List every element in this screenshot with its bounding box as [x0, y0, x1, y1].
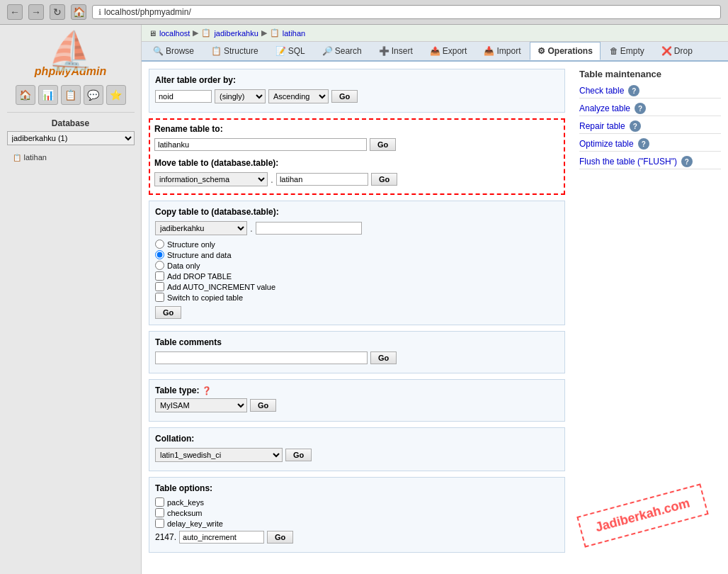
pack-keys-checkbox[interactable]: [155, 497, 164, 507]
copy-go-row: Go: [155, 306, 559, 319]
address-bar[interactable]: ℹ localhost/phpmyadmin/: [92, 5, 721, 19]
alter-singly-select[interactable]: (singly) (multiple): [215, 89, 266, 103]
auto-increment-label: Add AUTO_INCREMENT value: [167, 283, 275, 291]
maint-analyze-table: Analyze table ?: [579, 101, 721, 116]
type-help-icon[interactable]: ❓: [202, 386, 212, 395]
copy-form-row: jadiberkahku .: [155, 221, 559, 235]
browse-icon: 🔍: [153, 46, 164, 56]
drop-table-checkbox[interactable]: [155, 271, 164, 281]
rename-input[interactable]: [154, 138, 367, 151]
repair-table-link[interactable]: Repair table: [579, 121, 625, 131]
alter-form-row: (singly) (multiple) Ascending Descending…: [155, 89, 559, 103]
pack-keys-label: pack_keys: [167, 498, 204, 507]
collation-select[interactable]: latin1_swedish_ci utf8_general_ci: [155, 448, 283, 462]
collation-title: Collation:: [155, 434, 559, 444]
breadcrumb-db[interactable]: jadiberkahku: [214, 29, 258, 38]
maint-flush-table: Flush the table ("FLUSH") ?: [579, 154, 721, 169]
optimize-table-help[interactable]: ?: [638, 138, 649, 150]
analyze-table-help[interactable]: ?: [635, 103, 646, 114]
left-panel: Alter table order by: (singly) (multiple…: [149, 69, 565, 558]
sidebar-table-item[interactable]: 📋 latihan: [7, 151, 135, 164]
move-title: Move table to (database.table):: [154, 158, 559, 168]
tab-empty[interactable]: 🗑 Empty: [602, 42, 652, 60]
alter-direction-select[interactable]: Ascending Descending: [268, 89, 329, 103]
move-go-button[interactable]: Go: [371, 173, 397, 186]
export-icon: 📤: [430, 46, 440, 56]
auto-increment-checkbox[interactable]: [155, 282, 164, 291]
sidebar-query-icon[interactable]: 💬: [84, 85, 103, 105]
check-checksum: checksum: [155, 508, 559, 517]
url-text: localhost/phpmyadmin/: [104, 7, 191, 17]
insert-icon: ➕: [379, 46, 389, 56]
tab-insert[interactable]: ➕ Insert: [371, 42, 421, 60]
forward-button[interactable]: →: [28, 4, 44, 20]
options-title: Table options:: [155, 483, 559, 493]
checksum-checkbox[interactable]: [155, 508, 164, 517]
comments-title: Table comments: [155, 337, 559, 347]
alter-title: Alter table order by:: [155, 75, 559, 85]
check-table-help[interactable]: ?: [628, 85, 639, 96]
table-type-select[interactable]: MyISAM InnoDB: [155, 398, 247, 412]
type-go-button[interactable]: Go: [250, 399, 276, 412]
sidebar-fav-icon[interactable]: ⭐: [106, 85, 126, 105]
lock-icon: ℹ: [98, 8, 101, 17]
sidebar-db-icon[interactable]: 📊: [38, 85, 58, 105]
sidebar-table-name: latihan: [24, 153, 47, 162]
db-select[interactable]: jadiberkahku (1): [7, 131, 135, 145]
breadcrumb-table[interactable]: latihan: [283, 29, 305, 38]
tab-structure[interactable]: 📋 Structure: [203, 42, 266, 60]
tab-sql[interactable]: 📝 SQL: [268, 42, 313, 60]
repair-table-help[interactable]: ?: [630, 120, 641, 132]
search-icon: 🔎: [322, 46, 333, 56]
copy-table-input[interactable]: [256, 222, 362, 235]
analyze-table-link[interactable]: Analyze table: [579, 103, 630, 113]
check-auto-increment: Add AUTO_INCREMENT value: [155, 282, 559, 291]
tab-search[interactable]: 🔎 Search: [314, 42, 370, 60]
import-icon: 📥: [484, 46, 494, 56]
tab-export[interactable]: 📤 Export: [422, 42, 475, 60]
structure-data-radio[interactable]: [155, 250, 164, 259]
breadcrumb: 🖥 localhost ▶ 📋 jadiberkahku ▶ 📋 latihan: [142, 25, 728, 42]
comments-go-button[interactable]: Go: [370, 351, 397, 364]
tab-operations[interactable]: ⚙ Operations: [530, 42, 600, 60]
move-table-input[interactable]: [276, 173, 368, 186]
rename-form-row: Go: [154, 138, 559, 151]
flush-table-link[interactable]: Flush the table ("FLUSH"): [579, 157, 677, 167]
tab-drop[interactable]: ❌ Drop: [654, 42, 700, 60]
sidebar-table-icon[interactable]: 📋: [61, 85, 81, 105]
home-button[interactable]: 🏠: [71, 4, 86, 20]
move-db-select[interactable]: information_schema jadiberkahku: [154, 172, 268, 186]
table-type-section: Table type: ❓ MyISAM InnoDB Go: [149, 379, 565, 422]
right-panel: Table maintenance Check table ? Analyze …: [579, 69, 721, 558]
rename-title: Rename table to:: [154, 124, 559, 134]
data-only-label: Data only: [167, 261, 200, 270]
tab-browse[interactable]: 🔍 Browse: [145, 42, 202, 60]
back-button[interactable]: ←: [7, 4, 23, 20]
tab-import[interactable]: 📥 Import: [476, 42, 528, 60]
structure-only-radio[interactable]: [155, 240, 164, 249]
reload-button[interactable]: ↻: [50, 4, 65, 20]
breadcrumb-server[interactable]: localhost: [159, 29, 190, 38]
copy-db-select[interactable]: jadiberkahku: [155, 221, 247, 235]
comments-input[interactable]: [155, 351, 368, 364]
copy-go-button[interactable]: Go: [155, 306, 181, 319]
check-table-link[interactable]: Check table: [579, 86, 624, 96]
options-go-button[interactable]: Go: [267, 531, 293, 544]
auto-increment-input[interactable]: [179, 531, 264, 544]
switch-copied-checkbox[interactable]: [155, 293, 164, 302]
rename-go-button[interactable]: Go: [370, 138, 396, 151]
data-only-radio[interactable]: [155, 261, 164, 270]
sidebar-home-icon[interactable]: 🏠: [16, 85, 35, 105]
auto-inc-prefix: 2147.: [155, 532, 176, 542]
optimize-table-link[interactable]: Optimize table: [579, 139, 634, 149]
copy-title: Copy table to (database.table):: [155, 207, 559, 217]
flush-table-help[interactable]: ?: [681, 156, 693, 167]
alter-go-button[interactable]: Go: [331, 90, 358, 103]
operations-icon: ⚙: [538, 46, 545, 56]
collation-go-button[interactable]: Go: [285, 449, 312, 461]
delay-key-checkbox[interactable]: [155, 519, 164, 528]
radio-structure-only: Structure only: [155, 240, 559, 249]
checksum-label: checksum: [167, 509, 203, 517]
alter-column-input[interactable]: [155, 90, 212, 103]
maint-repair-table: Repair table ?: [579, 119, 721, 134]
